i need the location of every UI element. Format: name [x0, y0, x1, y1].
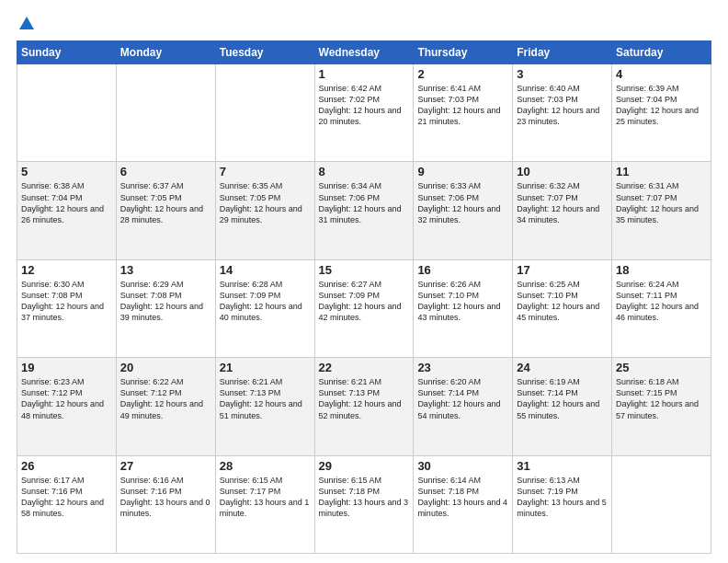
calendar-week-2: 5Sunrise: 6:38 AM Sunset: 7:04 PM Daylig…: [17, 162, 711, 259]
day-info: Sunrise: 6:18 AM Sunset: 7:15 PM Dayligh…: [616, 376, 707, 421]
day-number: 13: [120, 263, 211, 277]
day-info: Sunrise: 6:42 AM Sunset: 7:02 PM Dayligh…: [319, 83, 410, 128]
day-number: 8: [319, 165, 410, 178]
calendar-week-1: 1Sunrise: 6:42 AM Sunset: 7:02 PM Daylig…: [17, 64, 711, 162]
calendar-table: SundayMondayTuesdayWednesdayThursdayFrid…: [17, 40, 711, 554]
day-info: Sunrise: 6:29 AM Sunset: 7:08 PM Dayligh…: [120, 279, 211, 324]
day-info: Sunrise: 6:16 AM Sunset: 7:16 PM Dayligh…: [120, 475, 211, 520]
day-info: Sunrise: 6:23 AM Sunset: 7:12 PM Dayligh…: [21, 376, 112, 421]
calendar-cell: 6Sunrise: 6:37 AM Sunset: 7:05 PM Daylig…: [116, 162, 215, 259]
day-number: 14: [220, 263, 311, 277]
calendar-cell: 29Sunrise: 6:15 AM Sunset: 7:18 PM Dayli…: [314, 455, 414, 553]
day-number: 21: [220, 361, 311, 374]
day-info: Sunrise: 6:28 AM Sunset: 7:09 PM Dayligh…: [220, 279, 311, 324]
day-header-monday: Monday: [116, 41, 215, 64]
calendar-cell: [612, 455, 711, 553]
day-info: Sunrise: 6:35 AM Sunset: 7:05 PM Dayligh…: [220, 180, 311, 225]
day-info: Sunrise: 6:25 AM Sunset: 7:10 PM Dayligh…: [517, 279, 608, 324]
day-number: 11: [616, 165, 707, 178]
calendar-cell: 31Sunrise: 6:13 AM Sunset: 7:19 PM Dayli…: [513, 455, 612, 553]
day-number: 19: [21, 361, 112, 374]
day-number: 31: [517, 459, 608, 473]
day-info: Sunrise: 6:13 AM Sunset: 7:19 PM Dayligh…: [517, 475, 608, 520]
day-header-sunday: Sunday: [17, 41, 117, 64]
day-header-wednesday: Wednesday: [314, 41, 414, 64]
calendar-cell: 14Sunrise: 6:28 AM Sunset: 7:09 PM Dayli…: [215, 259, 314, 357]
logo: [17, 17, 34, 31]
day-number: 4: [616, 67, 707, 81]
day-number: 27: [120, 459, 211, 473]
day-info: Sunrise: 6:41 AM Sunset: 7:03 PM Dayligh…: [417, 83, 508, 128]
calendar-cell: 28Sunrise: 6:15 AM Sunset: 7:17 PM Dayli…: [215, 455, 314, 553]
day-number: 2: [417, 67, 508, 81]
calendar-cell: 10Sunrise: 6:32 AM Sunset: 7:07 PM Dayli…: [513, 162, 612, 259]
day-number: 15: [319, 263, 410, 277]
page: SundayMondayTuesdayWednesdayThursdayFrid…: [0, 0, 728, 563]
day-number: 9: [417, 165, 508, 178]
day-info: Sunrise: 6:14 AM Sunset: 7:18 PM Dayligh…: [417, 475, 508, 520]
day-header-tuesday: Tuesday: [215, 41, 314, 64]
calendar-cell: 22Sunrise: 6:21 AM Sunset: 7:13 PM Dayli…: [314, 358, 414, 455]
day-number: 1: [319, 67, 410, 81]
day-number: 26: [21, 459, 112, 473]
day-number: 10: [517, 165, 608, 178]
logo-text: [17, 17, 34, 31]
day-number: 12: [21, 263, 112, 277]
day-info: Sunrise: 6:15 AM Sunset: 7:18 PM Dayligh…: [319, 475, 410, 520]
day-info: Sunrise: 6:15 AM Sunset: 7:17 PM Dayligh…: [220, 475, 311, 520]
calendar-cell: 13Sunrise: 6:29 AM Sunset: 7:08 PM Dayli…: [116, 259, 215, 357]
calendar-cell: 23Sunrise: 6:20 AM Sunset: 7:14 PM Dayli…: [414, 358, 513, 455]
day-number: 6: [120, 165, 211, 178]
day-number: 25: [616, 361, 707, 374]
calendar-week-5: 26Sunrise: 6:17 AM Sunset: 7:16 PM Dayli…: [17, 455, 711, 553]
day-number: 23: [417, 361, 508, 374]
day-number: 24: [517, 361, 608, 374]
day-info: Sunrise: 6:38 AM Sunset: 7:04 PM Dayligh…: [21, 180, 112, 225]
day-number: 17: [517, 263, 608, 277]
calendar-week-4: 19Sunrise: 6:23 AM Sunset: 7:12 PM Dayli…: [17, 358, 711, 455]
calendar-cell: 24Sunrise: 6:19 AM Sunset: 7:14 PM Dayli…: [513, 358, 612, 455]
calendar-cell: 17Sunrise: 6:25 AM Sunset: 7:10 PM Dayli…: [513, 259, 612, 357]
day-info: Sunrise: 6:21 AM Sunset: 7:13 PM Dayligh…: [220, 376, 311, 421]
day-number: 28: [220, 459, 311, 473]
calendar-cell: 5Sunrise: 6:38 AM Sunset: 7:04 PM Daylig…: [17, 162, 117, 259]
day-info: Sunrise: 6:37 AM Sunset: 7:05 PM Dayligh…: [120, 180, 211, 225]
calendar-cell: 20Sunrise: 6:22 AM Sunset: 7:12 PM Dayli…: [116, 358, 215, 455]
day-number: 18: [616, 263, 707, 277]
calendar-cell: 27Sunrise: 6:16 AM Sunset: 7:16 PM Dayli…: [116, 455, 215, 553]
calendar-cell: [116, 64, 215, 162]
calendar-cell: 2Sunrise: 6:41 AM Sunset: 7:03 PM Daylig…: [414, 64, 513, 162]
calendar-cell: 4Sunrise: 6:39 AM Sunset: 7:04 PM Daylig…: [612, 64, 711, 162]
day-info: Sunrise: 6:22 AM Sunset: 7:12 PM Dayligh…: [120, 376, 211, 421]
calendar-cell: 21Sunrise: 6:21 AM Sunset: 7:13 PM Dayli…: [215, 358, 314, 455]
calendar-cell: 1Sunrise: 6:42 AM Sunset: 7:02 PM Daylig…: [314, 64, 414, 162]
day-number: 30: [417, 459, 508, 473]
calendar-cell: 25Sunrise: 6:18 AM Sunset: 7:15 PM Dayli…: [612, 358, 711, 455]
day-number: 22: [319, 361, 410, 374]
calendar-cell: 26Sunrise: 6:17 AM Sunset: 7:16 PM Dayli…: [17, 455, 117, 553]
calendar-cell: 7Sunrise: 6:35 AM Sunset: 7:05 PM Daylig…: [215, 162, 314, 259]
day-number: 5: [21, 165, 112, 178]
day-header-friday: Friday: [513, 41, 612, 64]
day-info: Sunrise: 6:30 AM Sunset: 7:08 PM Dayligh…: [21, 279, 112, 324]
day-info: Sunrise: 6:17 AM Sunset: 7:16 PM Dayligh…: [21, 475, 112, 520]
day-header-saturday: Saturday: [612, 41, 711, 64]
calendar-cell: 16Sunrise: 6:26 AM Sunset: 7:10 PM Dayli…: [414, 259, 513, 357]
calendar-cell: 18Sunrise: 6:24 AM Sunset: 7:11 PM Dayli…: [612, 259, 711, 357]
header: [17, 17, 711, 31]
calendar-cell: [215, 64, 314, 162]
day-info: Sunrise: 6:24 AM Sunset: 7:11 PM Dayligh…: [616, 279, 707, 324]
day-number: 16: [417, 263, 508, 277]
calendar-cell: 8Sunrise: 6:34 AM Sunset: 7:06 PM Daylig…: [314, 162, 414, 259]
day-info: Sunrise: 6:32 AM Sunset: 7:07 PM Dayligh…: [517, 180, 608, 225]
calendar-cell: 19Sunrise: 6:23 AM Sunset: 7:12 PM Dayli…: [17, 358, 117, 455]
calendar-cell: 30Sunrise: 6:14 AM Sunset: 7:18 PM Dayli…: [414, 455, 513, 553]
day-info: Sunrise: 6:39 AM Sunset: 7:04 PM Dayligh…: [616, 83, 707, 128]
day-number: 7: [220, 165, 311, 178]
day-info: Sunrise: 6:40 AM Sunset: 7:03 PM Dayligh…: [517, 83, 608, 128]
calendar-cell: 3Sunrise: 6:40 AM Sunset: 7:03 PM Daylig…: [513, 64, 612, 162]
calendar-cell: [17, 64, 117, 162]
logo-triangle-icon: [19, 17, 34, 29]
day-info: Sunrise: 6:26 AM Sunset: 7:10 PM Dayligh…: [417, 279, 508, 324]
calendar-cell: 9Sunrise: 6:33 AM Sunset: 7:06 PM Daylig…: [414, 162, 513, 259]
